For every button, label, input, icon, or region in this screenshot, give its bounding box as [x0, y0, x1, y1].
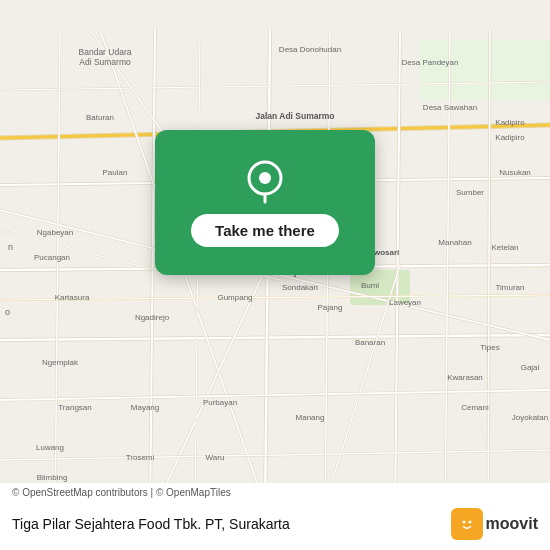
svg-text:Desa Donohudan: Desa Donohudan: [279, 45, 341, 54]
svg-text:Kadipiro: Kadipiro: [495, 118, 525, 127]
svg-text:Trosemi: Trosemi: [126, 453, 155, 462]
svg-point-95: [259, 172, 271, 184]
svg-text:Paulan: Paulan: [103, 168, 128, 177]
svg-text:Sondakan: Sondakan: [282, 283, 318, 292]
moovit-face-icon: [456, 513, 478, 535]
svg-text:Purbayan: Purbayan: [203, 398, 237, 407]
take-me-there-button[interactable]: Take me there: [191, 214, 339, 247]
map-background: Bandar Udara Adi Sumarmo Desa Donohudan …: [0, 0, 550, 550]
svg-text:Luwang: Luwang: [36, 443, 64, 452]
svg-point-99: [468, 521, 471, 524]
svg-text:Ketelan: Ketelan: [491, 243, 518, 252]
svg-text:Ngabeyan: Ngabeyan: [37, 228, 73, 237]
svg-text:Jalan Adi Sumarmo: Jalan Adi Sumarmo: [255, 111, 334, 121]
location-pin-icon: [241, 158, 289, 206]
svg-text:Gumpang: Gumpang: [217, 293, 252, 302]
svg-text:Manahan: Manahan: [438, 238, 471, 247]
location-name: Tiga Pilar Sejahtera Food Tbk. PT, Surak…: [12, 516, 443, 532]
svg-text:Adi Sumarmo: Adi Sumarmo: [79, 57, 131, 67]
moovit-logo: moovit: [451, 508, 538, 540]
svg-text:Joyokatan: Joyokatan: [512, 413, 548, 422]
svg-text:Pajang: Pajang: [318, 303, 343, 312]
svg-text:Baturan: Baturan: [86, 113, 114, 122]
svg-text:Blimbing: Blimbing: [37, 473, 68, 482]
svg-text:Desa Sawahan: Desa Sawahan: [423, 103, 477, 112]
svg-text:Ngadirejo: Ngadirejo: [135, 313, 170, 322]
location-card: Take me there: [155, 130, 375, 275]
svg-text:Manang: Manang: [296, 413, 325, 422]
svg-text:Sumber: Sumber: [456, 188, 484, 197]
svg-text:Pucangan: Pucangan: [34, 253, 70, 262]
svg-text:Gajal: Gajal: [521, 363, 540, 372]
svg-text:Desa Pandeyan: Desa Pandeyan: [402, 58, 459, 67]
svg-text:Bandar Udara: Bandar Udara: [79, 47, 132, 57]
svg-point-98: [462, 521, 465, 524]
svg-text:Trangsan: Trangsan: [58, 403, 92, 412]
svg-text:Cemani: Cemani: [461, 403, 489, 412]
svg-text:Waru: Waru: [206, 453, 225, 462]
svg-text:Nusukan: Nusukan: [499, 168, 531, 177]
svg-text:Kadipiro: Kadipiro: [495, 133, 525, 142]
svg-text:n: n: [8, 242, 13, 252]
svg-text:Kartasura: Kartasura: [55, 293, 90, 302]
location-info: Tiga Pilar Sejahtera Food Tbk. PT, Surak…: [0, 500, 550, 550]
moovit-text: moovit: [486, 515, 538, 533]
svg-text:Banaran: Banaran: [355, 338, 385, 347]
svg-point-97: [457, 514, 477, 534]
map-attribution: © OpenStreetMap contributors | © OpenMap…: [0, 483, 550, 500]
svg-text:Ngemplak: Ngemplak: [42, 358, 79, 367]
svg-text:o: o: [5, 307, 10, 317]
svg-text:Buml: Buml: [361, 281, 379, 290]
svg-rect-2: [420, 40, 550, 100]
svg-text:Tipes: Tipes: [480, 343, 499, 352]
map-container[interactable]: Bandar Udara Adi Sumarmo Desa Donohudan …: [0, 0, 550, 550]
moovit-icon: [451, 508, 483, 540]
bottom-bar: © OpenStreetMap contributors | © OpenMap…: [0, 483, 550, 550]
svg-text:Timuran: Timuran: [495, 283, 524, 292]
svg-text:Laweyan: Laweyan: [389, 298, 421, 307]
svg-text:Kwarasan: Kwarasan: [447, 373, 483, 382]
svg-text:Mayang: Mayang: [131, 403, 159, 412]
